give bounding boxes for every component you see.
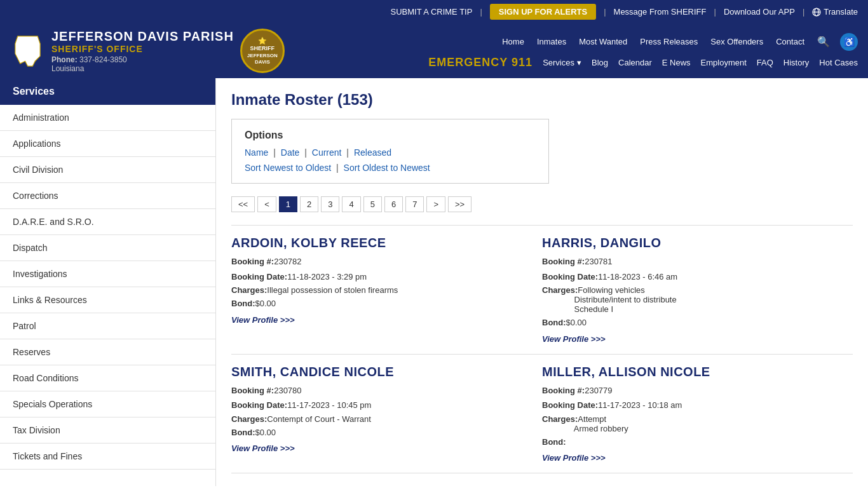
inmate-booking-date: Booking Date:11-17-2023 - 10:45 pm — [231, 399, 529, 412]
sidebar-item-tax-division[interactable]: Tax Division — [0, 417, 215, 444]
globe-icon — [812, 8, 821, 17]
svg-marker-3 — [15, 36, 40, 65]
page-title: Inmate Roster (153) — [231, 91, 853, 109]
pagination-page-2[interactable]: 2 — [300, 196, 318, 212]
alerts-button[interactable]: SIGN UP FOR ALERTS — [490, 4, 596, 20]
view-profile-harris[interactable]: View Profile >>> — [542, 334, 606, 344]
pagination-page-1[interactable]: 1 — [279, 196, 297, 212]
pagination-next[interactable]: > — [426, 196, 445, 212]
sort-oldest-newest[interactable]: Sort Oldest to Newest — [344, 163, 430, 173]
accessibility-button[interactable]: ♿ — [840, 33, 858, 51]
services-dropdown[interactable]: Services ▾ — [543, 58, 581, 67]
main-nav: Home Inmates Most Wanted Press Releases … — [497, 33, 858, 51]
inmate-bond: Bond:$0.00 — [542, 316, 840, 329]
sidebar-item-investigations[interactable]: Investigations — [0, 261, 215, 287]
sidebar-item-administration[interactable]: Administration — [0, 105, 215, 131]
inmate-card-harris: HARRIS, DANGILO Booking #:230781 Booking… — [542, 226, 853, 355]
inmate-card-miller: MILLER, ALLISON NICOLE Booking #:230779 … — [542, 355, 853, 474]
sidebar-item-road-conditions[interactable]: Road Conditions — [0, 365, 215, 391]
filter-current[interactable]: Current — [312, 147, 342, 158]
sidebar-item-reserves[interactable]: Reserves — [0, 339, 215, 365]
main-content: Inmate Roster (153) Options Name | Date … — [216, 78, 868, 486]
emergency-911: EMERGENCY 911 — [428, 56, 532, 69]
message-sheriff-link[interactable]: Message From SHERIFF — [614, 7, 707, 17]
filter-date[interactable]: Date — [281, 147, 300, 158]
sheriff-badge: ⭐ SHERIFF JEFFERSON DAVIS — [240, 29, 285, 73]
sub-nav-hot-cases[interactable]: Hot Cases — [819, 58, 858, 67]
options-title: Options — [245, 130, 536, 141]
inmate-bond: Bond:$0.00 — [231, 297, 529, 310]
search-icon[interactable]: 🔍 — [812, 33, 835, 50]
sub-nav-blog[interactable]: Blog — [592, 58, 608, 67]
pagination-page-7[interactable]: 7 — [405, 196, 424, 212]
inmate-name: HARRIS, DANGILO — [542, 236, 840, 250]
pagination-page-4[interactable]: 4 — [342, 196, 360, 212]
nav-home[interactable]: Home — [497, 34, 529, 49]
sub-nav-faq[interactable]: FAQ — [757, 58, 773, 67]
nav-press-releases[interactable]: Press Releases — [635, 34, 703, 49]
sidebar-item-dispatch[interactable]: Dispatch — [0, 235, 215, 261]
pagination-page-6[interactable]: 6 — [384, 196, 403, 212]
options-box: Options Name | Date | Current | Released… — [231, 119, 549, 184]
inmate-booking-date: Booking Date:11-17-2023 - 10:18 am — [542, 399, 840, 412]
louisiana-map-icon — [10, 34, 45, 69]
inmate-charges: Charges:Attempt Armed robbery — [542, 414, 840, 433]
parish-name: JEFFERSON DAVIS PARISH — [51, 29, 234, 44]
inmate-booking-num: Booking #:230782 — [231, 255, 529, 268]
sort-newest-oldest[interactable]: Sort Newest to Oldest — [245, 163, 331, 173]
sidebar-item-corrections[interactable]: Corrections — [0, 183, 215, 209]
logo-area: JEFFERSON DAVIS PARISH SHERIFF'S OFFICE … — [10, 29, 285, 73]
sub-nav-employment[interactable]: Employment — [701, 58, 747, 67]
pagination-prev[interactable]: < — [257, 196, 276, 212]
sub-nav-history[interactable]: History — [783, 58, 809, 67]
sub-nav: EMERGENCY 911 Services ▾ Blog Calendar E… — [428, 56, 858, 69]
chevron-down-icon: ▾ — [577, 58, 581, 67]
phone-number: Phone: 337-824-3850 — [51, 55, 234, 64]
filter-released[interactable]: Released — [354, 147, 391, 158]
sidebar-item-dare-sro[interactable]: D.A.R.E. and S.R.O. — [0, 209, 215, 235]
nav-contact[interactable]: Contact — [771, 34, 810, 49]
inmate-booking-date: Booking Date:11-18-2023 - 6:46 am — [542, 271, 840, 283]
translate-link[interactable]: Translate — [812, 7, 858, 17]
inmate-bond: Bond: — [542, 436, 840, 449]
inmate-name: MILLER, ALLISON NICOLE — [542, 365, 840, 379]
inmate-card-smith: SMITH, CANDICE NICOLE Booking #:230780 B… — [231, 355, 542, 474]
sidebar-item-specials-operations[interactable]: Specials Operations — [0, 391, 215, 417]
sidebar-item-tickets-fines[interactable]: Tickets and Fines — [0, 444, 215, 470]
sub-nav-calendar[interactable]: Calendar — [618, 58, 652, 67]
sort-links: Sort Newest to Oldest | Sort Oldest to N… — [245, 163, 536, 173]
inmate-booking-num: Booking #:230781 — [542, 255, 840, 268]
sidebar-header: Services — [0, 78, 215, 105]
inmate-name: ARDOIN, KOLBY REECE — [231, 236, 529, 250]
view-profile-ardoin[interactable]: View Profile >>> — [231, 315, 295, 325]
inmate-booking-num: Booking #:230780 — [231, 384, 529, 397]
sidebar-item-links-resources[interactable]: Links & Resources — [0, 287, 215, 313]
nav-sex-offenders[interactable]: Sex Offenders — [705, 34, 768, 49]
inmate-grid: ARDOIN, KOLBY REECE Booking #:230782 Boo… — [231, 226, 853, 473]
download-app-link[interactable]: Download Our APP — [724, 7, 795, 17]
sidebar-item-civil-division[interactable]: Civil Division — [0, 157, 215, 183]
state-label: Louisiana — [51, 64, 234, 73]
header: JEFFERSON DAVIS PARISH SHERIFF'S OFFICE … — [0, 24, 868, 78]
pagination-first[interactable]: << — [231, 196, 255, 212]
pagination: << < 1 2 3 4 5 6 7 > >> — [231, 196, 853, 212]
logo-text: JEFFERSON DAVIS PARISH SHERIFF'S OFFICE … — [51, 29, 234, 73]
top-bar: SUBMIT A CRIME TIP | SIGN UP FOR ALERTS … — [0, 0, 868, 24]
inmate-bond: Bond:$0.00 — [231, 426, 529, 439]
crime-tip-link[interactable]: SUBMIT A CRIME TIP — [391, 7, 473, 17]
nav-most-wanted[interactable]: Most Wanted — [574, 34, 632, 49]
filter-name[interactable]: Name — [245, 147, 268, 158]
pagination-page-3[interactable]: 3 — [321, 196, 339, 212]
sidebar-item-patrol[interactable]: Patrol — [0, 313, 215, 339]
pagination-last[interactable]: >> — [448, 196, 471, 212]
view-profile-miller[interactable]: View Profile >>> — [542, 453, 606, 463]
sub-nav-enews[interactable]: E News — [662, 58, 691, 67]
pagination-page-5[interactable]: 5 — [363, 196, 382, 212]
inmate-charges: Charges:Illegal possession of stolen fir… — [231, 285, 529, 295]
view-profile-smith[interactable]: View Profile >>> — [231, 444, 295, 453]
content-wrapper: Services Administration Applications Civ… — [0, 78, 868, 486]
nav-inmates[interactable]: Inmates — [532, 34, 571, 49]
sidebar-item-applications[interactable]: Applications — [0, 131, 215, 157]
header-nav: Home Inmates Most Wanted Press Releases … — [295, 33, 858, 69]
inmate-booking-date: Booking Date:11-18-2023 - 3:29 pm — [231, 271, 529, 283]
